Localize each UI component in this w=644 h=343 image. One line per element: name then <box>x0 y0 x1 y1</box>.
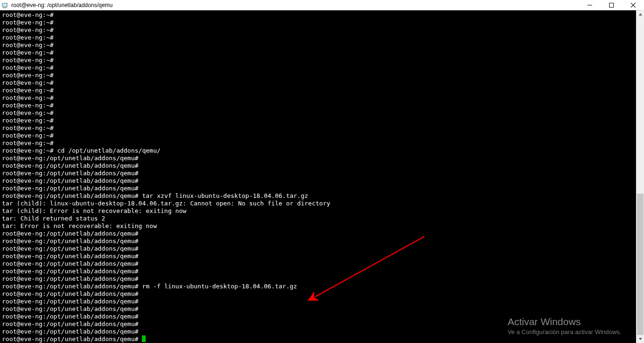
prompt: root@eve-ng:/opt/unetlab/addons/qemu# <box>2 260 139 267</box>
prompt: root@eve-ng:/opt/unetlab/addons/qemu# <box>2 328 139 335</box>
prompt: root@eve-ng:~# <box>2 102 54 109</box>
prompt: root@eve-ng:~# <box>2 19 54 26</box>
putty-icon <box>1 1 9 9</box>
prompt: root@eve-ng:/opt/unetlab/addons/qemu# <box>2 320 139 327</box>
prompt: root@eve-ng:~# <box>2 117 54 124</box>
terminal-output[interactable]: root@eve-ng:~#root@eve-ng:~#root@eve-ng:… <box>0 10 636 343</box>
vertical-scrollbar[interactable] <box>636 10 644 343</box>
scroll-thumb[interactable] <box>637 194 644 335</box>
svg-line-2 <box>7 2 8 3</box>
prompt: root@eve-ng:~# <box>2 26 54 33</box>
prompt: root@eve-ng:/opt/unetlab/addons/qemu# <box>2 230 139 237</box>
prompt: root@eve-ng:~# <box>2 41 54 49</box>
prompt: root@eve-ng:/opt/unetlab/addons/qemu# <box>2 335 139 343</box>
prompt: root@eve-ng:~# <box>2 94 54 101</box>
watermark-subtitle: Ve a Configuración para activar Windows. <box>508 328 621 335</box>
window-titlebar: root@eve-ng: /opt/unetlab/addons/qemu <box>0 0 644 10</box>
prompt: root@eve-ng:/opt/unetlab/addons/qemu# <box>2 298 139 305</box>
window-controls <box>579 0 644 10</box>
scroll-down-button[interactable] <box>636 335 644 343</box>
prompt: root@eve-ng:~# <box>2 64 54 71</box>
prompt: root@eve-ng:~# <box>2 49 54 56</box>
prompt: root@eve-ng:/opt/unetlab/addons/qemu# <box>2 155 139 162</box>
prompt: root@eve-ng:/opt/unetlab/addons/qemu# <box>2 192 139 199</box>
watermark-title: Activar Windows <box>508 316 621 327</box>
error-line: tar: Child returned status 2 <box>2 215 105 222</box>
prompt: root@eve-ng:/opt/unetlab/addons/qemu# <box>2 185 139 192</box>
prompt: root@eve-ng:/opt/unetlab/addons/qemu# <box>2 305 139 312</box>
prompt: root@eve-ng:~# <box>2 132 54 139</box>
command-rm: rm -f linux-ubuntu-desktop-18.04.06.tar.… <box>142 283 297 290</box>
prompt: root@eve-ng:/opt/unetlab/addons/qemu# <box>2 162 139 169</box>
error-line: tar (child): linux-ubuntu-desktop-18.04.… <box>2 200 330 207</box>
prompt: root@eve-ng:~# <box>2 87 54 94</box>
prompt: root@eve-ng:~# <box>2 124 54 131</box>
windows-activation-watermark: Activar Windows Ve a Configuración para … <box>508 316 621 335</box>
svg-rect-1 <box>3 7 6 8</box>
prompt: root@eve-ng:/opt/unetlab/addons/qemu# <box>2 170 139 177</box>
prompt: root@eve-ng:~# <box>2 79 54 86</box>
svg-rect-0 <box>2 3 7 7</box>
scroll-track[interactable] <box>636 18 644 335</box>
prompt: root@eve-ng:/opt/unetlab/addons/qemu# <box>2 253 139 260</box>
prompt: root@eve-ng:~# <box>2 57 54 64</box>
command-cd: cd /opt/unetlab/addons/qemu/ <box>57 147 160 154</box>
prompt: root@eve-ng:/opt/unetlab/addons/qemu# <box>2 275 139 282</box>
prompt: root@eve-ng:/opt/unetlab/addons/qemu# <box>2 313 139 320</box>
svg-rect-4 <box>610 3 614 7</box>
prompt: root@eve-ng:/opt/unetlab/addons/qemu# <box>2 237 139 245</box>
prompt: root@eve-ng:~# <box>2 11 54 18</box>
terminal-cursor <box>142 335 146 342</box>
prompt: root@eve-ng:~# <box>2 147 54 154</box>
prompt: root@eve-ng:/opt/unetlab/addons/qemu# <box>2 268 139 275</box>
prompt: root@eve-ng:/opt/unetlab/addons/qemu# <box>2 290 139 297</box>
error-line: tar: Error is not recoverable: exiting n… <box>2 222 157 229</box>
error-line: tar (child): Error is not recoverable: e… <box>2 207 186 214</box>
prompt: root@eve-ng:/opt/unetlab/addons/qemu# <box>2 283 139 290</box>
prompt: root@eve-ng:/opt/unetlab/addons/qemu# <box>2 177 139 184</box>
prompt: root@eve-ng:~# <box>2 139 54 147</box>
prompt: root@eve-ng:~# <box>2 109 54 116</box>
prompt: root@eve-ng:/opt/unetlab/addons/qemu# <box>2 245 139 252</box>
window-title: root@eve-ng: /opt/unetlab/addons/qemu <box>11 2 113 8</box>
minimize-button[interactable] <box>579 0 601 10</box>
close-button[interactable] <box>622 0 644 10</box>
prompt: root@eve-ng:~# <box>2 34 54 41</box>
maximize-button[interactable] <box>601 0 622 10</box>
prompt: root@eve-ng:~# <box>2 72 54 79</box>
scroll-up-button[interactable] <box>636 10 644 18</box>
command-tar: tar xzvf linux-ubuntu-desktop-18.04.06.t… <box>142 192 308 199</box>
terminal-window: root@eve-ng:~#root@eve-ng:~#root@eve-ng:… <box>0 10 644 343</box>
